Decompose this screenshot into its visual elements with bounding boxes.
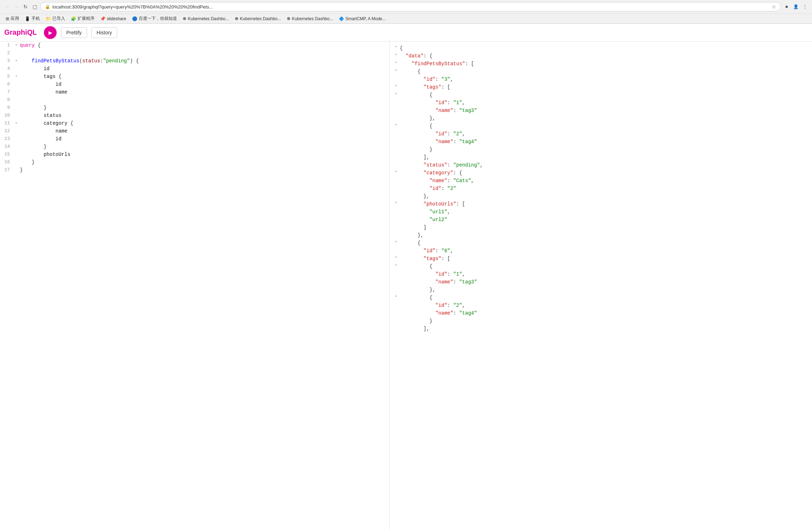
result-content: "id": "2", bbox=[400, 130, 812, 138]
result-line: ▾ "findPetsByStatus": [ bbox=[390, 60, 812, 68]
line-content: id bbox=[20, 80, 389, 88]
profile-icon[interactable]: 👤 bbox=[791, 2, 800, 11]
editor-line-10: 10 status bbox=[0, 112, 389, 119]
line-num: 10 bbox=[0, 112, 13, 119]
result-line: "id": "2" bbox=[390, 185, 812, 192]
line-content: photoUrls bbox=[20, 151, 389, 158]
back-button[interactable]: ← bbox=[3, 2, 11, 11]
result-content: ] bbox=[400, 224, 812, 231]
result-line: "name": "tag4" bbox=[390, 138, 812, 146]
folder-icon: 📁 bbox=[46, 16, 51, 21]
result-line: "name": "Cats", bbox=[390, 177, 812, 185]
line-num: 17 bbox=[0, 166, 13, 174]
line-num: 11 bbox=[0, 119, 13, 127]
bookmark-slideshare[interactable]: 📌 slideshare bbox=[97, 15, 129, 22]
forward-button[interactable]: → bbox=[12, 2, 21, 11]
prettify-button[interactable]: Prettify bbox=[61, 27, 87, 38]
bookmark-apps[interactable]: ⊞ 应用 bbox=[3, 15, 22, 23]
result-gutter[interactable]: ▾ bbox=[393, 200, 400, 206]
fold-gutter[interactable]: ▾ bbox=[13, 57, 20, 65]
result-line: } bbox=[390, 146, 812, 153]
result-line: } bbox=[390, 317, 812, 325]
slideshare-icon: 📌 bbox=[100, 16, 105, 21]
result-gutter[interactable]: ▾ bbox=[393, 169, 400, 175]
result-gutter[interactable]: ▾ bbox=[393, 68, 400, 73]
line-content: } bbox=[20, 104, 389, 112]
bookmark-k8s-3[interactable]: ☸ Kubernetes Dashbo... bbox=[284, 15, 336, 22]
result-gutter[interactable]: ▾ bbox=[393, 122, 400, 128]
result-gutter[interactable]: ▾ bbox=[393, 52, 400, 58]
line-num: 4 bbox=[0, 65, 13, 73]
bookmark-k8s-1[interactable]: ☸ Kubernetes Dashbo... bbox=[180, 15, 232, 22]
bookmark-k8s-2[interactable]: ☸ Kubernetes Dashbo... bbox=[232, 15, 284, 22]
result-line: }, bbox=[390, 114, 812, 122]
bookmark-label: SmartCMP, A Mode... bbox=[345, 16, 386, 21]
bookmark-baidu[interactable]: 🔵 百度一下，你就知道 bbox=[129, 15, 180, 23]
result-gutter[interactable]: ▾ bbox=[393, 294, 400, 299]
bookmark-label: slideshare bbox=[107, 16, 126, 21]
line-content: name bbox=[20, 88, 389, 96]
result-line: "url1", bbox=[390, 208, 812, 216]
editor-line-17: 17 } bbox=[0, 166, 389, 174]
browser-chrome: ← → ↻ ▢ 🔒 localhost:3009/graphql?query=q… bbox=[0, 0, 812, 24]
extensions-icon[interactable]: ■ bbox=[782, 2, 791, 11]
bookmark-imported[interactable]: 📁 已导入 bbox=[43, 15, 68, 23]
result-gutter[interactable]: ▾ bbox=[393, 239, 400, 245]
line-num: 12 bbox=[0, 127, 13, 135]
line-num: 1 bbox=[0, 41, 13, 49]
result-content: "name": "tag4" bbox=[400, 138, 812, 146]
bookmark-smartcmp[interactable]: 🔷 SmartCMP, A Mode... bbox=[336, 15, 389, 22]
run-button[interactable]: ▶ bbox=[44, 26, 57, 39]
line-content: name bbox=[20, 127, 389, 135]
result-gutter[interactable]: ▾ bbox=[393, 83, 400, 89]
editor-line-6: 6 id bbox=[0, 80, 389, 88]
result-gutter[interactable]: ▾ bbox=[393, 263, 400, 268]
result-content: "name": "tag3" bbox=[400, 278, 812, 286]
home-button[interactable]: ▢ bbox=[30, 2, 39, 11]
url-text: localhost:3009/graphql?query=query%20%7B… bbox=[52, 4, 770, 10]
result-gutter[interactable]: ▾ bbox=[393, 60, 400, 66]
menu-icon[interactable]: ⋮ bbox=[801, 2, 809, 11]
editor-line-12: 12 name bbox=[0, 127, 389, 135]
result-content: { bbox=[400, 44, 812, 52]
result-line: }, bbox=[390, 231, 812, 239]
lock-icon: 🔒 bbox=[45, 4, 50, 9]
result-line: ▾ { bbox=[390, 239, 812, 247]
result-line: ▾ { bbox=[390, 263, 812, 270]
k8s-icon-3: ☸ bbox=[287, 16, 291, 21]
fold-gutter[interactable]: ▾ bbox=[13, 119, 20, 127]
address-bar[interactable]: 🔒 localhost:3009/graphql?query=query%20%… bbox=[40, 2, 781, 11]
bookmark-star-icon[interactable]: ☆ bbox=[772, 4, 776, 10]
result-gutter[interactable]: ▾ bbox=[393, 91, 400, 97]
result-content: "id": "2" bbox=[400, 185, 812, 192]
result-gutter[interactable]: ▾ bbox=[393, 44, 400, 50]
result-content: { bbox=[400, 239, 812, 247]
bookmark-extensions[interactable]: 🧩 扩展程序 bbox=[68, 15, 97, 23]
result-pane: ▾ { ▾ "data": { ▾ "findPetsByStatus": [ … bbox=[390, 41, 812, 530]
result-content: "name": "tag4" bbox=[400, 309, 812, 317]
bookmarks-bar: ⊞ 应用 📱 手机 📁 已导入 🧩 扩展程序 📌 slideshare 🔵 百度… bbox=[0, 13, 812, 23]
result-line: ] bbox=[390, 224, 812, 231]
bookmark-phone[interactable]: 📱 手机 bbox=[22, 15, 43, 23]
result-content: "url2" bbox=[400, 216, 812, 224]
refresh-button[interactable]: ↻ bbox=[21, 2, 30, 11]
query-editor[interactable]: 1 ▾ query { 2 3 ▾ findPetsByStatus(statu… bbox=[0, 41, 390, 530]
fold-gutter[interactable]: ▾ bbox=[13, 73, 20, 80]
history-button[interactable]: History bbox=[91, 27, 118, 38]
editor-line-13: 13 id bbox=[0, 135, 389, 143]
result-line: ▾ "tags": [ bbox=[390, 83, 812, 91]
result-line: "id": "6", bbox=[390, 247, 812, 255]
line-content: } bbox=[20, 158, 389, 166]
fold-gutter[interactable]: ▾ bbox=[13, 41, 20, 49]
result-content: "id": "2", bbox=[400, 301, 812, 309]
k8s-icon-2: ☸ bbox=[235, 16, 239, 21]
apps-icon: ⊞ bbox=[6, 16, 9, 21]
result-content: { bbox=[400, 68, 812, 75]
result-gutter[interactable]: ▾ bbox=[393, 255, 400, 260]
editor-line-11: 11 ▾ category { bbox=[0, 119, 389, 127]
bookmark-label: Kubernetes Dashbo... bbox=[188, 16, 229, 21]
result-content: "id": "1", bbox=[400, 270, 812, 278]
graphiql-header: GraphiQL ▶ Prettify History bbox=[0, 24, 812, 41]
bookmark-label: 百度一下，你就知道 bbox=[139, 16, 177, 22]
bookmark-label: 已导入 bbox=[52, 16, 65, 22]
